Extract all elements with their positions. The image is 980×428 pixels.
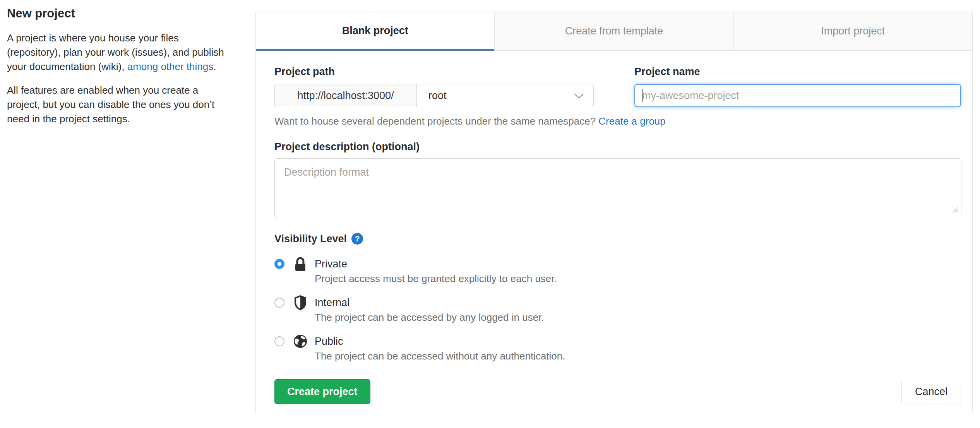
- public-label: Public: [315, 334, 565, 349]
- intro-paragraph-2: All features are enabled when you create…: [7, 83, 231, 126]
- cancel-button[interactable]: Cancel: [901, 379, 961, 404]
- visibility-radio-group: Private Project access must be granted e…: [274, 257, 961, 363]
- create-a-group-link[interactable]: Create a group: [598, 115, 665, 127]
- public-radio[interactable]: [274, 336, 284, 346]
- private-label: Private: [315, 257, 557, 271]
- intro-column: New project A project is where you house…: [7, 5, 231, 126]
- among-other-things-link[interactable]: among other things: [127, 61, 214, 72]
- private-description: Project access must be granted explicitl…: [315, 271, 557, 286]
- internal-label: Internal: [315, 295, 544, 310]
- page-title: New project: [7, 5, 231, 22]
- namespace-hint-text: Want to house several dependent projects…: [274, 115, 598, 127]
- project-url-prefix: http://localhost:3000/: [274, 84, 416, 107]
- project-description-label: Project description (optional): [274, 140, 961, 153]
- visibility-option-private: Private Project access must be granted e…: [274, 257, 961, 286]
- namespace-hint: Want to house several dependent projects…: [274, 115, 961, 127]
- namespace-selected-value: root: [428, 90, 574, 102]
- internal-radio[interactable]: [274, 298, 284, 308]
- text-cursor: [642, 89, 642, 102]
- private-radio[interactable]: [274, 259, 284, 269]
- shield-icon: [293, 295, 308, 311]
- lock-icon: [293, 257, 308, 272]
- intro-paragraph-1: A project is where you house your files …: [7, 31, 231, 74]
- namespace-select[interactable]: root: [416, 84, 594, 107]
- project-name-label: Project name: [634, 65, 961, 78]
- intro-period: .: [213, 61, 216, 72]
- project-path-label: Project path: [274, 65, 594, 78]
- chevron-down-icon: [574, 90, 584, 102]
- visibility-option-public: Public The project can be accessed witho…: [274, 334, 961, 363]
- tab-blank-project[interactable]: Blank project: [256, 12, 494, 51]
- internal-description: The project can be accessed by any logge…: [315, 310, 544, 325]
- project-type-tabs: Blank project Create from template Impor…: [256, 12, 972, 51]
- resize-grip-icon[interactable]: [952, 206, 959, 215]
- public-description: The project can be accessed without any …: [315, 349, 565, 363]
- create-project-button[interactable]: Create project: [274, 379, 370, 404]
- help-question-icon[interactable]: ?: [351, 233, 363, 245]
- project-name-input[interactable]: [634, 84, 961, 107]
- project-description-textarea[interactable]: [274, 158, 961, 217]
- tab-import-project[interactable]: Import project: [733, 12, 972, 51]
- tab-create-from-template[interactable]: Create from template: [494, 12, 733, 51]
- visibility-level-label: Visibility Level: [274, 233, 347, 245]
- new-project-panel: Blank project Create from template Impor…: [255, 12, 973, 413]
- visibility-option-internal: Internal The project can be accessed by …: [274, 295, 961, 325]
- globe-icon: [293, 334, 308, 349]
